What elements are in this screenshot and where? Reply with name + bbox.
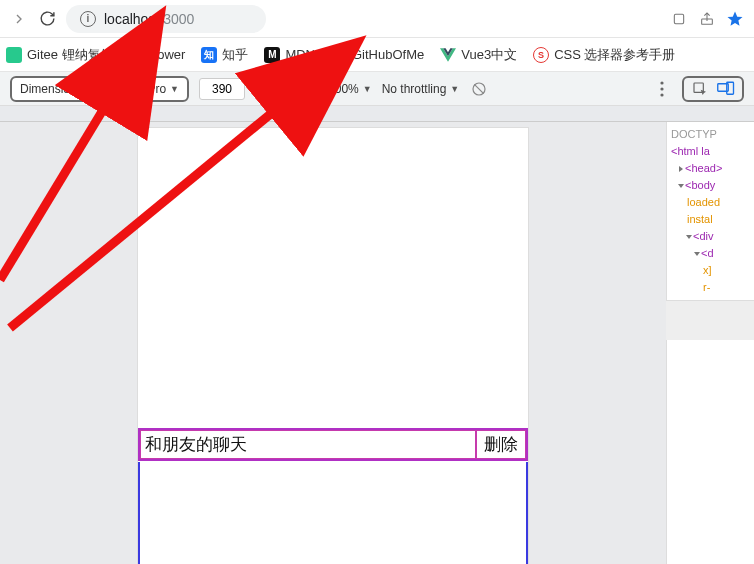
- share-icon[interactable]: [698, 10, 716, 28]
- bookmark-label: 知乎: [222, 46, 248, 64]
- elements-line: DOCTYP: [671, 126, 752, 143]
- bookmark-vue[interactable]: Vue3中文: [440, 46, 517, 64]
- bookmark-label: Vue3中文: [461, 46, 517, 64]
- bookmark-label: Tower: [151, 47, 186, 62]
- bookmark-css[interactable]: S CSS 选择器参考手册: [533, 46, 675, 64]
- elements-line[interactable]: <head>: [671, 160, 752, 177]
- elements-line: x]: [671, 262, 752, 279]
- viewport-ruler: [0, 106, 754, 122]
- elements-line[interactable]: <body: [671, 177, 752, 194]
- main-area: 和朋友的聊天 删除 DOCTYP <html la <head> <body l…: [0, 122, 754, 564]
- bookmark-tower[interactable]: T Tower: [130, 47, 186, 63]
- chat-row[interactable]: 和朋友的聊天 删除: [138, 428, 528, 461]
- device-viewport-area: 和朋友的聊天 删除: [0, 122, 666, 564]
- bookmark-label: CSS 选择器参考手册: [554, 46, 675, 64]
- dimensions-device-select[interactable]: Dimensions: iPhone 12 Pro ▼: [10, 76, 189, 102]
- devtools-dock-controls: [682, 76, 744, 102]
- zoom-select[interactable]: 100% ▼: [328, 82, 372, 96]
- gitee-favicon-icon: [6, 47, 22, 63]
- elements-line: instal: [671, 211, 752, 228]
- dimensions-separator: ×: [255, 82, 262, 96]
- device-toolbar: Dimensions: iPhone 12 Pro ▼ × 100% ▼ No …: [0, 72, 754, 106]
- rotate-icon[interactable]: [469, 79, 489, 99]
- element-picker-icon[interactable]: [690, 79, 710, 99]
- chat-title[interactable]: 和朋友的聊天: [140, 430, 476, 459]
- svg-point-9: [660, 93, 663, 96]
- bookmark-mdn[interactable]: M MDN: [264, 47, 315, 63]
- svg-point-7: [660, 81, 663, 84]
- bookmark-github[interactable]: GitHubOfMe: [331, 47, 424, 63]
- svg-point-8: [660, 87, 663, 90]
- chat-body-outline: [138, 462, 528, 564]
- device-name: iPhone 12 Pro: [90, 82, 166, 96]
- zoom-value: 100%: [328, 82, 359, 96]
- bookmark-label: Gitee 锂纳氪锶: [27, 46, 114, 64]
- chevron-down-icon: ▼: [363, 84, 372, 94]
- elements-line[interactable]: <html la: [671, 143, 752, 160]
- delete-button[interactable]: 删除: [476, 430, 526, 459]
- chevron-down-icon: ▼: [170, 84, 179, 94]
- mdn-favicon-icon: M: [264, 47, 280, 63]
- url-text: localhost:3000: [104, 11, 194, 27]
- svg-marker-2: [728, 11, 743, 25]
- elements-panel[interactable]: DOCTYP <html la <head> <body loaded inst…: [666, 122, 754, 564]
- bookmark-label: GitHubOfMe: [352, 47, 424, 62]
- zhihu-favicon-icon: 知: [201, 47, 217, 63]
- vue-favicon-icon: [440, 47, 456, 63]
- address-bar[interactable]: i localhost:3000: [66, 5, 266, 33]
- elements-line[interactable]: <div: [671, 228, 752, 245]
- device-toggle-icon[interactable]: [716, 79, 736, 99]
- bookmark-star-icon[interactable]: [726, 10, 744, 28]
- chevron-down-icon: ▼: [450, 84, 459, 94]
- elements-line: loaded: [671, 194, 752, 211]
- extensions-icon[interactable]: [670, 10, 688, 28]
- reload-button[interactable]: [38, 10, 56, 28]
- elements-line: r-: [671, 279, 752, 296]
- bookmark-gitee[interactable]: Gitee 锂纳氪锶: [6, 46, 114, 64]
- site-info-icon[interactable]: i: [80, 11, 96, 27]
- svg-line-6: [475, 84, 484, 93]
- svg-rect-0: [674, 14, 683, 23]
- github-favicon-icon: [331, 47, 347, 63]
- styles-panel[interactable]: [666, 300, 754, 340]
- bookmarks-bar: Gitee 锂纳氪锶 T Tower 知 知乎 M MDN GitHubOfMe…: [0, 38, 754, 72]
- forward-button[interactable]: [10, 10, 28, 28]
- tower-favicon-icon: T: [130, 47, 146, 63]
- throttling-value: No throttling: [382, 82, 447, 96]
- device-frame: 和朋友的聊天 删除: [138, 128, 528, 564]
- browser-nav-bar: i localhost:3000: [0, 0, 754, 38]
- viewport-height-input[interactable]: [272, 78, 318, 100]
- dimensions-label: Dimensions:: [20, 82, 86, 96]
- elements-line[interactable]: <d: [671, 245, 752, 262]
- bookmark-zhihu[interactable]: 知 知乎: [201, 46, 248, 64]
- bookmark-label: MDN: [285, 47, 315, 62]
- viewport-width-input[interactable]: [199, 78, 245, 100]
- more-options-icon[interactable]: [652, 79, 672, 99]
- css-favicon-icon: S: [533, 47, 549, 63]
- throttling-select[interactable]: No throttling ▼: [382, 82, 460, 96]
